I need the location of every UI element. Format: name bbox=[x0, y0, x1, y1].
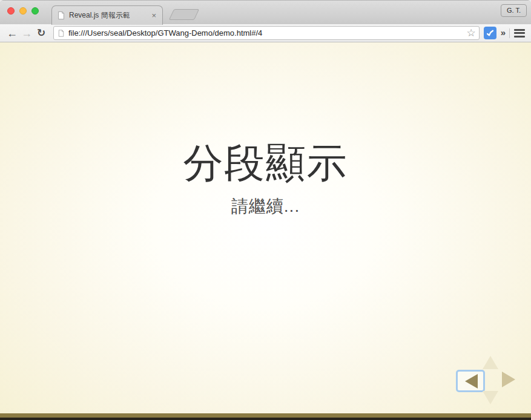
page-icon bbox=[58, 29, 65, 38]
new-tab-button[interactable] bbox=[169, 9, 199, 20]
window-bottom-edge bbox=[0, 418, 531, 420]
url-text[interactable]: file:///Users/seal/Desktop/GTWang-Demo/d… bbox=[68, 28, 463, 38]
profile-button[interactable]: G. T. bbox=[501, 4, 527, 17]
slide: 分段顯示 請繼續... bbox=[0, 139, 531, 218]
window-close-button[interactable] bbox=[7, 7, 15, 15]
traffic-lights bbox=[7, 7, 39, 15]
nav-left-button[interactable] bbox=[456, 370, 485, 392]
browser-tab[interactable]: Reveal.js 簡報示範 × bbox=[51, 5, 163, 25]
forward-button[interactable]: → bbox=[19, 28, 34, 39]
tab-close-icon[interactable]: × bbox=[150, 11, 157, 20]
progress-bar-fill bbox=[0, 413, 531, 418]
slide-area: 分段顯示 請繼續... bbox=[0, 42, 531, 420]
tab-title: Reveal.js 簡報示範 bbox=[69, 10, 147, 21]
extension-icon[interactable] bbox=[484, 27, 496, 39]
slide-subtitle: 請繼續... bbox=[0, 195, 531, 217]
bookmark-star-icon[interactable]: ☆ bbox=[466, 28, 475, 38]
window-zoom-button[interactable] bbox=[31, 7, 39, 15]
nav-up-arrow-icon bbox=[483, 356, 498, 369]
nav-down-arrow-icon bbox=[483, 391, 498, 404]
toolbar-separator bbox=[509, 28, 510, 38]
navigation-bar: ← → ↻ file:///Users/seal/Desktop/GTWang-… bbox=[0, 24, 531, 42]
nav-left-arrow-icon bbox=[465, 374, 478, 389]
page-favicon-icon bbox=[57, 11, 65, 20]
menu-icon[interactable] bbox=[514, 29, 525, 38]
window-minimize-button[interactable] bbox=[19, 7, 27, 15]
overflow-chevron-icon[interactable]: » bbox=[501, 27, 506, 38]
progress-bar bbox=[0, 413, 531, 418]
refresh-button[interactable]: ↻ bbox=[34, 28, 48, 38]
slide-title: 分段顯示 bbox=[0, 139, 531, 187]
browser-window: Reveal.js 簡報示範 × G. T. ← → ↻ file:///Use… bbox=[0, 0, 531, 420]
back-button[interactable]: ← bbox=[5, 28, 19, 39]
tab-strip: Reveal.js 簡報示範 × G. T. bbox=[0, 0, 531, 24]
nav-right-button[interactable] bbox=[502, 372, 515, 387]
url-bar[interactable]: file:///Users/seal/Desktop/GTWang-Demo/d… bbox=[53, 26, 480, 40]
